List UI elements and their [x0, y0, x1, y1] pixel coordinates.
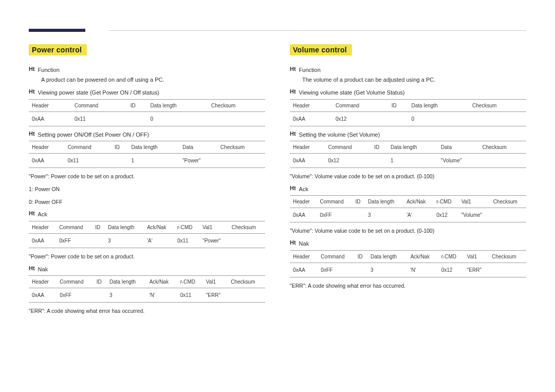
- th: Checksum: [490, 196, 526, 208]
- page-top-bar: [29, 29, 526, 32]
- table-row: 0xAA 0x11 1 "Power": [29, 154, 265, 168]
- td: 0x11: [65, 154, 112, 168]
- th: Checksum: [229, 221, 265, 233]
- th: Val1: [199, 221, 229, 233]
- th: ID: [112, 141, 128, 154]
- col-power: Power control Ht Function A product can …: [29, 44, 265, 315]
- td: 0xAA: [29, 288, 57, 303]
- bullet-ack: Ht Ack: [29, 210, 265, 219]
- th: Val1: [458, 196, 490, 208]
- th: Data length: [367, 250, 408, 263]
- th: Ack/Nak: [144, 221, 174, 233]
- bullet-label: Function: [38, 66, 60, 74]
- td: 0: [147, 111, 209, 126]
- td: "Volume": [458, 208, 490, 222]
- td: 'A': [403, 208, 433, 222]
- th: Data length: [409, 99, 470, 111]
- th: Data length: [128, 141, 179, 154]
- th: Command: [325, 141, 371, 154]
- th: Data length: [365, 196, 403, 208]
- td: 'N': [408, 263, 438, 277]
- td: 0xAA: [290, 263, 318, 277]
- th: ID: [127, 99, 147, 111]
- th: Header: [29, 276, 57, 288]
- header-mark: [29, 29, 85, 32]
- bullet-label: Ack: [38, 210, 47, 219]
- table-ack: Header Command ID Data length Ack/Nak r-…: [29, 221, 265, 248]
- note-volume-code-2: "Volume": Volume value code to be set on…: [290, 227, 526, 235]
- td: 0: [409, 111, 470, 126]
- td: 'A': [144, 233, 174, 248]
- th: Ack/Nak: [408, 250, 438, 263]
- td: 3: [106, 288, 146, 303]
- th: r-CMD: [174, 221, 199, 233]
- th: Data length: [387, 141, 438, 154]
- td: 3: [105, 233, 144, 248]
- td: 0x12: [325, 154, 371, 168]
- td: 0xAA: [290, 208, 317, 222]
- th: Header: [290, 196, 317, 208]
- bullet-label: Nak: [299, 239, 309, 248]
- note-err: "ERR": A code showing what error has occ…: [290, 282, 526, 290]
- td: 0xAA: [290, 111, 332, 126]
- td: [355, 263, 367, 277]
- note-volume-code: "Volume": Volume value code to be set on…: [290, 172, 526, 181]
- td: 0xAA: [29, 233, 56, 248]
- th: Header: [29, 141, 65, 154]
- th: Command: [57, 276, 93, 288]
- bullet-icon: Ht: [29, 265, 35, 271]
- heading-power: Power control: [29, 44, 87, 55]
- td: [94, 288, 106, 303]
- content-columns: Power control Ht Function A product can …: [29, 44, 526, 315]
- bullet-icon: Ht: [29, 130, 35, 137]
- th: Header: [290, 250, 318, 263]
- td: 'N': [146, 288, 177, 303]
- th: Data length: [147, 99, 209, 111]
- th: ID: [388, 99, 409, 111]
- bullet-set-power: Ht Setting power ON/Off (Set Power ON / …: [29, 130, 265, 139]
- bullet-label: Viewing power state (Get Power ON / Off …: [38, 88, 159, 97]
- bullet-nak: Ht Nak: [29, 265, 265, 274]
- header-rule: [109, 30, 526, 31]
- td: 0xFF: [318, 263, 354, 277]
- bullet-icon: Ht: [290, 88, 296, 95]
- td: "Power": [179, 154, 217, 168]
- td: 0xAA: [290, 154, 325, 168]
- table-row: 0xAA 0x11 0: [29, 111, 265, 126]
- td: 0x12: [438, 263, 464, 277]
- th: ID: [92, 221, 105, 233]
- td: [490, 208, 526, 222]
- td: 0xFF: [317, 208, 353, 222]
- td: [371, 154, 387, 168]
- th: Command: [56, 221, 92, 233]
- td: [92, 233, 105, 248]
- bullet-view-state: Ht Viewing power state (Get Power ON / O…: [29, 88, 265, 97]
- th: Data: [179, 141, 217, 154]
- bullet-label: Viewing volume state (Get Volume Status): [299, 88, 405, 97]
- table-nak: Header Command ID Data length Ack/Nak r-…: [290, 250, 526, 277]
- td: "ERR": [203, 288, 228, 303]
- th: ID: [353, 196, 365, 208]
- td: [479, 154, 526, 168]
- td: [112, 154, 128, 168]
- th: Val1: [464, 250, 489, 263]
- th: ID: [94, 276, 106, 288]
- th: Header: [290, 99, 332, 111]
- bullet-icon: Ht: [29, 88, 35, 95]
- th: Header: [29, 221, 56, 233]
- bullet-set-volume: Ht Setting the volume (Set Volume): [290, 130, 526, 139]
- th: ID: [371, 141, 387, 154]
- th: r-CMD: [177, 276, 203, 288]
- th: Ack/Nak: [403, 196, 433, 208]
- bullet-icon: Ht: [290, 66, 296, 72]
- th: Command: [332, 99, 388, 111]
- bullet-label: Nak: [38, 265, 48, 274]
- bullet-icon: Ht: [290, 239, 296, 246]
- bullet-view-state: Ht Viewing volume state (Get Volume Stat…: [290, 88, 526, 97]
- td: 0x11: [174, 233, 199, 248]
- table-view-state: Header Command ID Data length Checksum 0…: [29, 99, 265, 126]
- th: Command: [71, 99, 127, 111]
- th: ID: [355, 250, 367, 263]
- td: "Power": [199, 233, 229, 248]
- note-power-code: "Power": Power code to be set on a produ…: [29, 172, 265, 181]
